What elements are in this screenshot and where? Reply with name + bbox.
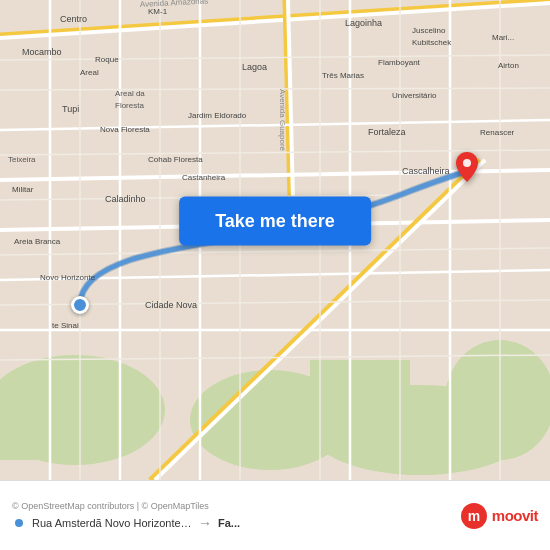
svg-text:Mocambo: Mocambo (22, 47, 62, 57)
moovit-text: moovit (492, 507, 538, 524)
route-arrow-icon: → (198, 515, 212, 531)
route-to-label: Fa... (218, 517, 240, 529)
svg-text:te Sinai: te Sinai (52, 321, 79, 330)
svg-text:Areia Branca: Areia Branca (14, 237, 61, 246)
svg-text:Avenida Guaporé: Avenida Guaporé (278, 89, 287, 152)
svg-text:Flamboyant: Flamboyant (378, 58, 421, 67)
map-attribution: © OpenStreetMap contributors | © OpenMap… (12, 501, 452, 511)
svg-text:Caladinho: Caladinho (105, 194, 146, 204)
svg-text:Mari...: Mari... (492, 33, 514, 42)
svg-text:Kubitschek: Kubitschek (412, 38, 452, 47)
route-from-label: Rua Amsterdã Novo Horizonte Porto Velho … (32, 517, 192, 529)
destination-marker (456, 152, 478, 186)
svg-text:Castanheira: Castanheira (182, 173, 226, 182)
svg-text:Areal: Areal (80, 68, 99, 77)
svg-text:Cidade Nova: Cidade Nova (145, 300, 197, 310)
origin-marker (71, 296, 89, 314)
svg-text:Centro: Centro (60, 14, 87, 24)
svg-text:Teixeira: Teixeira (8, 155, 36, 164)
bottom-bar: © OpenStreetMap contributors | © OpenMap… (0, 480, 550, 550)
svg-text:Renascer: Renascer (480, 128, 515, 137)
svg-text:Tupi: Tupi (62, 104, 79, 114)
moovit-icon: m (460, 502, 488, 530)
svg-text:Juscelino: Juscelino (412, 26, 446, 35)
svg-text:Cascalheira: Cascalheira (402, 166, 450, 176)
svg-point-70 (14, 518, 24, 528)
route-info: Rua Amsterdã Novo Horizonte Porto Velho … (12, 515, 452, 531)
svg-text:Areal da: Areal da (115, 89, 145, 98)
svg-text:Floresta: Floresta (115, 101, 144, 110)
moovit-logo: m moovit (460, 502, 538, 530)
svg-text:Airton: Airton (498, 61, 519, 70)
svg-text:Lagoinha: Lagoinha (345, 18, 382, 28)
svg-text:Jardim Eldorado: Jardim Eldorado (188, 111, 247, 120)
svg-text:Militar: Militar (12, 185, 34, 194)
svg-rect-6 (310, 360, 410, 430)
svg-text:Fortaleza: Fortaleza (368, 127, 406, 137)
svg-text:Lagoa: Lagoa (242, 62, 267, 72)
svg-text:Universitário: Universitário (392, 91, 437, 100)
svg-text:Três Marias: Três Marias (322, 71, 364, 80)
svg-text:Cohab Floresta: Cohab Floresta (148, 155, 203, 164)
svg-point-69 (463, 159, 471, 167)
svg-text:Nova Floresta: Nova Floresta (100, 125, 150, 134)
svg-text:Novo Horizonte: Novo Horizonte (40, 273, 96, 282)
svg-text:m: m (468, 508, 480, 524)
map-container: Centro KM-1 Lagoinha Mocambo Areal Roque… (0, 0, 550, 480)
svg-point-5 (445, 340, 550, 460)
take-me-there-button[interactable]: Take me there (179, 196, 371, 245)
origin-icon (12, 516, 26, 530)
svg-text:Roque: Roque (95, 55, 119, 64)
